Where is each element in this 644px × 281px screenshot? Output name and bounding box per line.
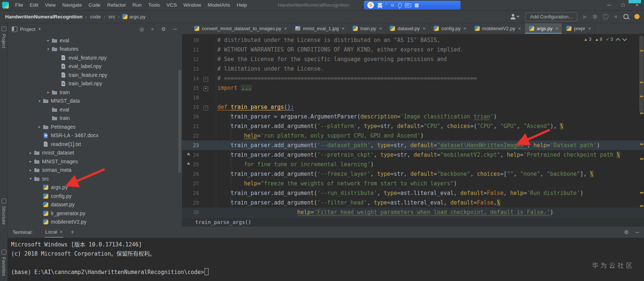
menu-item-view[interactable]: View <box>42 0 59 10</box>
menu-item-edit[interactable]: Edit <box>27 0 42 10</box>
close-icon[interactable]: × <box>518 26 521 31</box>
tree-item-somas-meta[interactable]: ▸somas_meta <box>7 166 182 175</box>
project-panel-title[interactable]: Project <box>20 26 35 32</box>
tab-prepr[interactable]: prepr× <box>562 23 595 34</box>
close-icon[interactable]: × <box>463 26 466 31</box>
code-line-19[interactable]: 19−def train_parse_args(): <box>182 102 644 112</box>
close-icon[interactable]: × <box>284 26 287 31</box>
code-area[interactable]: 10# distributed under the License is dis… <box>182 34 644 217</box>
add-configuration-button[interactable]: Add Configuration... <box>525 12 577 21</box>
close-icon[interactable]: × <box>60 229 63 235</box>
tab-mnist-eval-1-jpg[interactable]: mnist_eval_1.jpg× <box>291 23 349 34</box>
code-line-22[interactable]: 22 help='run platform, only support CPU,… <box>182 131 644 140</box>
tab-dataset-py[interactable]: dataset.py× <box>386 23 430 34</box>
hide-panel-icon[interactable]: ─ <box>173 26 177 32</box>
chevron-right-icon[interactable]: ▸ <box>28 151 33 155</box>
breadcrumb-item-src[interactable]: src <box>108 14 116 19</box>
tool-button-favorites[interactable]: Favorites <box>0 250 7 276</box>
tab-train-py[interactable]: train.py× <box>349 23 386 34</box>
menu-item-refactor[interactable]: Refactor <box>104 0 129 10</box>
sogou-ime-bar[interactable]: S 英 ' ☺ ▦ <box>364 1 461 10</box>
breadcrumb-item-code[interactable]: code <box>90 14 102 19</box>
previous-problem-icon[interactable] <box>616 38 620 43</box>
minimize-panel-icon[interactable]: ─ <box>635 230 639 235</box>
chevron-down-icon[interactable]: ▾ <box>37 99 42 103</box>
code-line-30[interactable]: 30 help='Filter head weight parameters w… <box>182 207 644 217</box>
menu-item-vcs[interactable]: VCS <box>163 0 180 10</box>
line-number-19[interactable]: 19 <box>182 102 199 112</box>
tree-item-dataset-py[interactable]: dataset.py <box>7 200 182 209</box>
user-account-icon[interactable] <box>510 14 516 19</box>
chevron-down-icon[interactable] <box>517 16 519 18</box>
chevron-right-icon[interactable]: ▸ <box>46 38 51 42</box>
terminal-tab-local[interactable]: Local × <box>45 227 63 238</box>
inspections-widget[interactable]: ▲3 ▲8 ✔3 <box>584 37 626 42</box>
tree-item-msr-la-3467-docx[interactable]: MSR-LA - 3467.docx <box>7 131 182 140</box>
code-line-13[interactable]: 13# limitations under the License. <box>182 64 644 74</box>
line-number-13[interactable]: 13 <box>182 64 199 74</box>
code-line-26[interactable]: 26 train_parser.add_argument('--freeze_l… <box>182 169 644 179</box>
close-icon[interactable]: × <box>379 26 382 31</box>
chevron-down-icon[interactable]: ▾ <box>46 47 51 51</box>
tree-item-train[interactable]: train <box>7 114 182 123</box>
line-number-18[interactable]: 18 <box>182 93 199 102</box>
terminal-title[interactable]: Terminal: <box>13 230 33 235</box>
line-number-10[interactable]: 10 <box>182 35 199 45</box>
code-line-14[interactable]: 14−# ===================================… <box>182 74 644 83</box>
tree-item-readme-1-txt[interactable]: readme[1].txt <box>7 140 182 149</box>
code-line-29[interactable]: 29 train_parser.add_argument('--filter_h… <box>182 198 644 207</box>
settings-gear-icon[interactable]: ⚙ <box>624 229 629 235</box>
menu-item-help[interactable]: Help <box>234 0 251 10</box>
line-number-27[interactable]: 27 <box>182 179 199 188</box>
code-line-28[interactable]: 28 train_parser.add_argument('--run_dist… <box>182 188 644 198</box>
tree-item-eval-feature-npy[interactable]: eval_feature.npy <box>7 53 182 62</box>
tree-item-eval[interactable]: ▸eval <box>7 36 182 45</box>
line-number-26[interactable]: 26 <box>182 169 199 179</box>
breadcrumb-item-args-py[interactable]: args.py <box>129 14 146 19</box>
line-number-28[interactable]: 28 <box>182 188 199 198</box>
minimize-button[interactable]: ─ <box>602 0 616 10</box>
line-number-12[interactable]: 12 <box>182 54 199 64</box>
tree-item-config-py[interactable]: config.py <box>7 192 182 200</box>
code-line-24[interactable]: 24 train_parser.add_argument('--pretrain… <box>182 150 644 160</box>
next-problem-icon[interactable] <box>622 36 627 41</box>
fold-collapse-icon[interactable]: − <box>203 106 208 110</box>
tree-item-args-py[interactable]: args.py <box>7 183 182 192</box>
tree-item-train[interactable]: ▸train <box>7 88 182 97</box>
maximize-button[interactable]: □ <box>616 0 630 10</box>
sogou-logo-icon[interactable]: S <box>367 2 374 8</box>
new-terminal-icon[interactable]: + <box>71 229 74 235</box>
tree-item-features[interactable]: ▾features <box>7 45 182 54</box>
menu-item-window[interactable]: Window <box>180 0 204 10</box>
fold-collapse-icon[interactable]: − <box>203 77 208 82</box>
terminal-output[interactable]: Microsoft Windows [版本 10.0.17134.1246](c… <box>7 238 644 277</box>
tree-item-lr-generator-py[interactable]: lr_generator.py <box>7 209 182 218</box>
tree-item-mnist-images[interactable]: ▸MNIST_Images <box>7 157 182 166</box>
breadcrumb-item-handwrittennumeralrecognition[interactable]: HandwrittenNumeralRecognition <box>4 14 83 19</box>
close-icon[interactable]: × <box>423 26 426 31</box>
settings-gear-icon[interactable]: ⚙ <box>161 26 166 32</box>
line-number-22[interactable]: 22 <box>182 131 199 140</box>
tool-button-project[interactable]: Project <box>0 26 7 48</box>
tab-config-py[interactable]: config.py× <box>430 23 470 34</box>
code-line-11[interactable]: 11# WITHOUT WARRANTIES OR CONDITIONS OF … <box>182 45 644 54</box>
menu-item-tools[interactable]: Tools <box>145 0 163 10</box>
ime-emoji-icon[interactable]: ☺ <box>390 1 395 10</box>
line-number-23[interactable]: 23 <box>182 140 199 150</box>
tab-convert-mnist-dataset-to-images-py[interactable]: convert_mnist_dataset_to_images.py× <box>190 23 291 34</box>
code-line-15[interactable]: 15+import ... <box>182 83 644 93</box>
ime-toolbox-icon[interactable]: ▦ <box>414 1 419 10</box>
search-everywhere-icon[interactable] <box>623 14 629 19</box>
tree-item-mnist-data[interactable]: ▾MNIST_data <box>7 97 182 106</box>
tree-scrollbar[interactable] <box>178 70 181 173</box>
run-button[interactable]: ▶ <box>583 14 587 19</box>
menu-item-run[interactable]: Run <box>129 0 145 10</box>
chevron-right-icon[interactable]: ▸ <box>37 125 42 129</box>
ime-language-mode[interactable]: 英 <box>377 1 382 9</box>
tool-button-structure[interactable]: Structure <box>0 199 7 225</box>
chevron-right-icon[interactable]: ▸ <box>28 168 33 172</box>
ime-mic-icon[interactable] <box>398 3 402 8</box>
code-line-18[interactable]: 18 <box>182 93 644 102</box>
tree-item-src[interactable]: ▾src <box>7 174 182 183</box>
collapse-all-icon[interactable]: « <box>150 28 155 30</box>
